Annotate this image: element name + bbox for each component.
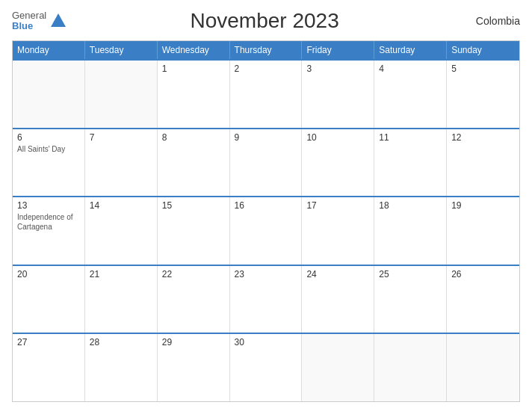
calendar-cell: 15: [158, 197, 230, 265]
cell-date: 13: [17, 200, 80, 211]
cell-date: 25: [379, 269, 442, 279]
cell-date: 15: [162, 200, 225, 211]
calendar-cell: 8: [158, 129, 230, 197]
calendar-cell: 30: [230, 334, 303, 401]
cell-date: 10: [306, 132, 369, 143]
calendar-cell: 6All Saints' Day: [13, 129, 85, 197]
calendar-body: 123456All Saints' Day78910111213Independ…: [13, 59, 519, 401]
day-header-friday: Friday: [302, 41, 374, 59]
day-header-thursday: Thursday: [230, 41, 303, 59]
cell-date: 5: [451, 64, 515, 74]
calendar-cell: 4: [374, 61, 447, 128]
calendar-cell: 16: [230, 197, 303, 265]
calendar-cell: [85, 61, 158, 128]
calendar-cell: 1: [158, 61, 230, 128]
day-header-tuesday: Tuesday: [85, 41, 158, 59]
calendar-cell: 13Independence ofCartagena: [13, 197, 85, 265]
logo-general: General: [12, 10, 46, 21]
cell-date: 8: [162, 132, 225, 143]
calendar-cell: 21: [85, 266, 158, 333]
calendar-cell: 19: [447, 197, 519, 265]
cell-date: 17: [306, 200, 369, 211]
calendar-cell: 22: [158, 266, 230, 333]
logo-icon: [48, 10, 69, 31]
cell-date: 3: [306, 64, 369, 74]
calendar-header: MondayTuesdayWednesdayThursdayFridaySatu…: [13, 41, 519, 59]
week-row-1: 12345: [13, 59, 519, 128]
calendar: MondayTuesdayWednesdayThursdayFridaySatu…: [12, 40, 520, 402]
cell-date: 26: [451, 269, 515, 279]
week-row-4: 20212223242526: [13, 265, 519, 333]
cell-date: 11: [379, 132, 442, 143]
calendar-cell: [13, 61, 85, 128]
cell-date: 19: [451, 200, 515, 211]
day-header-wednesday: Wednesday: [158, 41, 230, 59]
calendar-cell: 23: [230, 266, 303, 333]
calendar-cell: 10: [302, 129, 374, 197]
cell-date: 4: [379, 64, 442, 74]
logo-blue: Blue: [12, 21, 46, 31]
cell-date: 30: [235, 337, 297, 347]
calendar-cell: [302, 334, 374, 401]
svg-marker-0: [51, 13, 66, 27]
cell-date: 1: [162, 64, 225, 74]
week-row-3: 13Independence ofCartagena141516171819: [13, 196, 519, 265]
calendar-cell: [447, 334, 519, 401]
calendar-cell: [374, 334, 447, 401]
cell-event: Independence of: [17, 212, 80, 222]
week-row-2: 6All Saints' Day789101112: [13, 128, 519, 197]
calendar-cell: 28: [85, 334, 158, 401]
calendar-cell: 3: [302, 61, 374, 128]
calendar-cell: 12: [447, 129, 519, 197]
cell-date: 20: [17, 269, 80, 279]
calendar-page: General Blue November 2023 Colombia Mond…: [0, 0, 532, 411]
cell-date: 7: [90, 132, 152, 143]
calendar-cell: 11: [374, 129, 447, 197]
logo-text: General Blue: [12, 10, 46, 32]
logo: General Blue: [12, 10, 69, 32]
calendar-cell: 7: [85, 129, 158, 197]
calendar-cell: 5: [447, 61, 519, 128]
cell-date: 9: [235, 132, 297, 143]
cell-date: 28: [90, 337, 152, 347]
calendar-cell: 14: [85, 197, 158, 265]
cell-date: 18: [379, 200, 442, 211]
calendar-cell: 20: [13, 266, 85, 333]
cell-date: 29: [162, 337, 225, 347]
week-row-5: 27282930: [13, 333, 519, 401]
calendar-cell: 2: [230, 61, 303, 128]
cell-date: 16: [235, 200, 297, 211]
cell-date: 22: [162, 269, 225, 279]
cell-event: All Saints' Day: [17, 144, 80, 154]
cell-date: 12: [451, 132, 515, 143]
cell-date: 24: [306, 269, 369, 279]
header: General Blue November 2023 Colombia: [12, 9, 520, 33]
calendar-cell: 24: [302, 266, 374, 333]
cell-date: 6: [17, 132, 80, 143]
day-header-saturday: Saturday: [374, 41, 447, 59]
cell-date: 23: [235, 269, 297, 279]
calendar-cell: 17: [302, 197, 374, 265]
cell-event: Cartagena: [17, 222, 80, 232]
cell-date: 14: [90, 200, 152, 211]
cell-date: 2: [235, 64, 297, 74]
day-header-sunday: Sunday: [447, 41, 519, 59]
calendar-cell: 29: [158, 334, 230, 401]
country-label: Colombia: [460, 15, 520, 27]
cell-date: 21: [90, 269, 152, 279]
calendar-cell: 18: [374, 197, 447, 265]
calendar-cell: 26: [447, 266, 519, 333]
day-header-monday: Monday: [13, 41, 85, 59]
cell-date: 27: [17, 337, 80, 347]
calendar-cell: 25: [374, 266, 447, 333]
calendar-cell: 9: [230, 129, 303, 197]
calendar-cell: 27: [13, 334, 85, 401]
calendar-title: November 2023: [69, 9, 460, 33]
